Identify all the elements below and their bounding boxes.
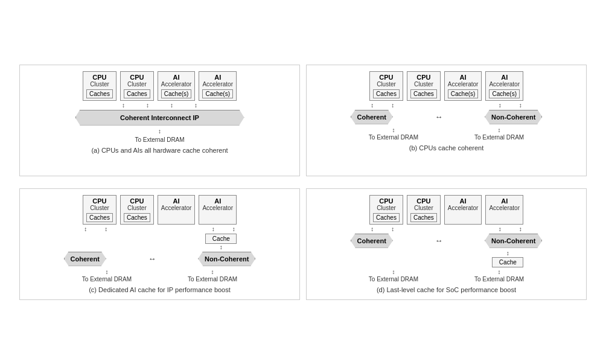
banner-right-d: Non-Coherent [485,234,542,248]
nodes-row-d: CPU Cluster Caches CPU Cluster Caches AI… [369,195,523,225]
node-ai2-a: AI Accelerator Cache(s) [199,71,237,101]
node-cpu1-a: CPU Cluster Caches [83,71,116,101]
diagram-a: CPU Cluster Caches CPU Cluster Caches AI… [19,65,300,176]
banner-row-b: Coherent ↔ Non-Coherent [313,110,580,124]
arrows-down-a: ↕ ↕ ↕ ↕ [122,102,197,109]
banner-row-c: Coherent ↔ Non-Coherent [26,252,293,266]
banner-a: Coherent Interconnect IP [75,110,244,126]
h-arrow-c: ↔ [148,254,156,263]
h-arrow-b: ↔ [435,112,442,121]
diagram-b: CPU Cluster Caches CPU Cluster Caches AI… [306,65,587,176]
caption-c: (c) Dedicated AI cache for IP performanc… [89,286,231,293]
node-ai1-c: AI Accelerator [158,195,196,225]
node-cpu2-a: CPU Cluster Caches [120,71,154,101]
main-container: CPU Cluster Caches CPU Cluster Caches AI… [13,59,593,306]
node-cpu2-c: CPU Cluster Caches [120,195,154,225]
nodes-row-a: CPU Cluster Caches CPU Cluster Caches AI… [83,71,237,101]
node-ai2-c: AI Accelerator [199,195,237,225]
dram-right-c: To External DRAM [188,276,237,283]
banner-left-b: Coherent [351,110,393,124]
diagram-c: CPU Cluster Caches CPU Cluster Caches AI… [19,188,300,300]
nodes-row-c: CPU Cluster Caches CPU Cluster Caches AI… [83,195,237,225]
node-ai2-b: AI Accelerator Cache(s) [485,71,523,101]
banner-right-b: Non-Coherent [485,110,542,124]
node-ai1-d: AI Accelerator [444,195,482,225]
node-ai2-d: AI Accelerator [485,195,523,225]
dram-left-c: To External DRAM [82,276,132,283]
arrow-to-dram-a: ↕ [158,128,161,135]
diagram-d: CPU Cluster Caches CPU Cluster Caches AI… [306,188,587,300]
dram-right-b: To External DRAM [474,134,524,141]
caption-d: (d) Last-level cache for SoC performance… [377,286,516,293]
node-ai1-b: AI Accelerator Cache(s) [444,71,482,101]
caption-b: (b) CPUs cache coherent [409,144,484,152]
dram-right-d: To External DRAM [474,276,524,283]
llc-box-d: Cache [492,257,523,267]
ai-cache-box-c: Cache [205,234,237,244]
caption-a: (a) CPUs and AIs all hardware cache cohe… [91,147,228,154]
node-cpu1-c: CPU Cluster Caches [83,195,116,225]
banner-right-c: Non-Coherent [198,252,255,266]
nodes-row-b: CPU Cluster Caches CPU Cluster Caches AI… [369,71,523,101]
dram-label-a: To External DRAM [135,136,184,143]
dram-left-b: To External DRAM [369,134,418,141]
banner-left-d: Coherent [351,234,393,248]
h-arrow-d: ↔ [435,236,442,245]
banner-left-c: Coherent [64,252,106,266]
node-cpu1-b: CPU Cluster Caches [369,71,403,101]
node-cpu2-d: CPU Cluster Caches [407,195,441,225]
node-cpu2-b: CPU Cluster Caches [407,71,441,101]
banner-row-d: Coherent ↔ Non-Coherent [313,234,580,248]
node-cpu1-d: CPU Cluster Caches [369,195,403,225]
dram-left-d: To External DRAM [369,276,418,283]
node-ai1-a: AI Accelerator Cache(s) [158,71,196,101]
